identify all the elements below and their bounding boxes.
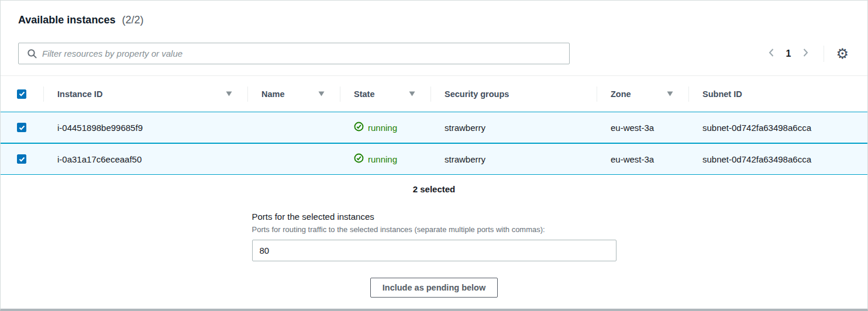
column-header-state: State xyxy=(340,76,430,112)
row-checkbox[interactable] xyxy=(17,154,26,164)
page-title: Available instances (2/2) xyxy=(18,12,850,28)
chevron-left-icon xyxy=(767,47,776,60)
column-header-name: Name xyxy=(247,76,340,112)
cell-zone: eu-west-3a xyxy=(597,143,688,175)
ports-description: Ports for routing traffic to the selecte… xyxy=(252,225,616,234)
cell-instance-id: i-04451898be99685f9 xyxy=(43,112,247,143)
column-label: State xyxy=(354,89,374,99)
cell-name xyxy=(247,112,340,143)
table-row[interactable]: i-04451898be99685f9 running strawberry xyxy=(1,112,867,143)
row-checkbox[interactable] xyxy=(17,123,26,132)
chevron-right-icon xyxy=(801,47,810,60)
panel-title-text: Available instances xyxy=(18,14,115,26)
search-icon xyxy=(27,49,37,59)
filter-caret-icon[interactable] xyxy=(226,91,232,96)
filter-caret-icon[interactable] xyxy=(667,91,673,96)
button-row: Include as pending below xyxy=(1,278,867,298)
column-label: Instance ID xyxy=(57,89,102,99)
column-label: Zone xyxy=(611,89,631,99)
filter-caret-icon[interactable] xyxy=(409,91,415,96)
state-label: running xyxy=(368,154,397,164)
ports-label: Ports for the selected instances xyxy=(252,212,616,222)
cell-subnet-id: subnet-0d742fa63498a6cca xyxy=(688,143,867,175)
instances-table: Instance ID Name xyxy=(1,76,867,175)
cell-state: running xyxy=(340,112,430,143)
check-icon xyxy=(19,157,25,162)
cell-security-groups: strawberry xyxy=(430,143,597,175)
cell-state: running xyxy=(340,143,430,175)
selection-summary: 2 selected xyxy=(1,184,867,194)
pagination-current-page[interactable]: 1 xyxy=(786,49,791,59)
column-label: Security groups xyxy=(445,89,509,99)
check-icon xyxy=(19,125,25,130)
column-header-instance-id: Instance ID xyxy=(43,76,247,112)
cell-zone: eu-west-3a xyxy=(597,112,688,143)
running-status-icon xyxy=(354,153,364,165)
filter-input[interactable] xyxy=(42,49,563,58)
pagination-next-button[interactable] xyxy=(799,45,812,62)
gear-icon: ⚙ xyxy=(836,46,849,62)
cell-security-groups: strawberry xyxy=(430,112,597,143)
panel-title-count: (2/2) xyxy=(122,14,143,26)
settings-button[interactable]: ⚙ xyxy=(835,46,850,62)
table-header-row: Instance ID Name xyxy=(1,76,867,112)
panel-header: Available instances (2/2) xyxy=(1,1,867,64)
cell-subnet-id: subnet-0d742fa63498a6cca xyxy=(688,112,867,143)
column-header-zone: Zone xyxy=(597,76,688,112)
cell-instance-id: i-0a31a17c6eceaaf50 xyxy=(43,143,247,175)
filter-row: 1 ⚙ xyxy=(18,43,850,64)
pagination-prev-button[interactable] xyxy=(765,45,778,62)
table-row[interactable]: i-0a31a17c6eceaaf50 running strawberry xyxy=(1,143,867,175)
header-tools: 1 ⚙ xyxy=(765,45,850,62)
running-status-icon xyxy=(354,122,364,133)
available-instances-panel: Available instances (2/2) xyxy=(0,0,868,311)
filter-box xyxy=(18,43,570,64)
column-label: Name xyxy=(261,89,285,99)
ports-section: Ports for the selected instances Ports f… xyxy=(252,212,616,261)
column-header-subnet-id: Subnet ID xyxy=(688,76,867,112)
toolbar-divider xyxy=(824,46,824,62)
check-icon xyxy=(19,91,25,96)
column-header-security-groups: Security groups xyxy=(430,76,597,112)
column-label: Subnet ID xyxy=(702,89,742,99)
filter-caret-icon[interactable] xyxy=(318,91,325,96)
include-as-pending-button[interactable]: Include as pending below xyxy=(370,278,498,298)
cell-name xyxy=(247,143,340,175)
select-all-checkbox[interactable] xyxy=(17,89,26,99)
state-label: running xyxy=(368,123,397,133)
ports-input[interactable] xyxy=(252,240,616,261)
